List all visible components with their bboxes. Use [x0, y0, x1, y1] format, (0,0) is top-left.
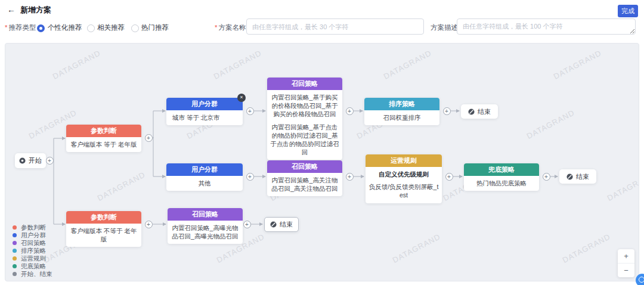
- radio-related[interactable]: [87, 24, 95, 32]
- node-body: 召回权重排序: [364, 110, 439, 125]
- node-type-header: 参数判断: [66, 211, 141, 224]
- node-rule-text: 客户端版本 等于 老年版: [69, 140, 138, 148]
- node-rule-text: 客户端版本 不等于 老年版: [69, 227, 138, 243]
- add-node-button[interactable]: [145, 134, 153, 142]
- node-type-header: 排序策略: [364, 98, 439, 110]
- node-type-header: 兜底策略: [464, 163, 539, 176]
- add-node-button[interactable]: [145, 221, 153, 228]
- node-type-legend: 参数判断用户分群召回策略排序策略运营规则兜底策略开始、结束: [13, 224, 52, 278]
- node-body: 内置召回策略_基于购买的价格段物品召回_基于购买的价格段物品召回内置召回策略_基…: [267, 90, 342, 160]
- finish-button[interactable]: 完成: [618, 5, 638, 17]
- node-body: 内置召回策略_高曝光物品召回_高曝光物品召回: [168, 221, 243, 244]
- top-bar: 新增方案 完成: [0, 0, 644, 18]
- node-type-header: 召回策略: [267, 160, 342, 173]
- radio-related-label[interactable]: 相关推荐: [97, 23, 125, 32]
- flow-node-start[interactable]: 开始: [15, 153, 46, 168]
- legend-color-dot: [13, 264, 17, 268]
- legend-item: 兜底策略: [13, 262, 52, 270]
- node-label: 结束: [280, 220, 293, 229]
- node-rule-text: 城市 等于 北京市: [172, 113, 240, 122]
- plan-name-input[interactable]: [246, 18, 424, 35]
- node-rule-text: 热门物品兜底策略: [467, 179, 536, 187]
- node-rule-text: 负反馈/负反馈类别屏蔽_test: [369, 182, 439, 199]
- radio-personalized[interactable]: [37, 24, 45, 32]
- node-rule-text: 内置召回策略_高曝光物品召回_高曝光物品召回: [171, 224, 240, 240]
- legend-label: 开始、结束: [21, 270, 52, 278]
- add-node-button[interactable]: [346, 107, 354, 115]
- legend-item: 运营规则: [13, 255, 52, 262]
- legend-label: 排序策略: [21, 247, 46, 255]
- flow-node-end3[interactable]: 结束: [264, 217, 299, 232]
- start-icon: [19, 157, 26, 164]
- legend-label: 运营规则: [21, 255, 46, 263]
- node-body: 客户端版本 等于 老年版: [66, 137, 141, 152]
- close-icon[interactable]: [237, 94, 246, 102]
- end-icon: [566, 174, 573, 180]
- flow-node-end2[interactable]: 结束: [559, 169, 596, 184]
- node-body: 热门物品兜底策略: [464, 176, 539, 191]
- plan-desc-input[interactable]: [457, 18, 636, 35]
- add-node-button[interactable]: [46, 157, 54, 165]
- flow-node-segment2[interactable]: 用户分群其他: [166, 163, 243, 191]
- flow-node-param1[interactable]: 参数判断客户端版本 等于 老年版: [66, 125, 141, 152]
- node-type-header: 用户分群: [166, 98, 243, 110]
- flow-node-recall2[interactable]: 召回策略内置召回策略_高关注物品召回_高关注物品召回: [267, 160, 342, 196]
- flow-node-oprule1[interactable]: 运营规则自定义优先级规则负反馈/负反馈类别屏蔽_test: [366, 154, 442, 203]
- radio-personalized-label[interactable]: 个性化推荐: [48, 23, 82, 32]
- node-rule-text: 内置召回策略_高关注物品召回_高关注物品召回: [270, 176, 339, 193]
- flow-node-recall1[interactable]: 召回策略内置召回策略_基于购买的价格段物品召回_基于购买的价格段物品召回内置召回…: [267, 78, 342, 160]
- end-icon: [270, 221, 277, 228]
- legend-label: 参数判断: [21, 224, 46, 232]
- end-icon: [468, 109, 475, 115]
- back-arrow-icon[interactable]: [7, 4, 17, 14]
- radio-hot-label[interactable]: 热门推荐: [141, 23, 169, 32]
- legend-color-dot: [13, 256, 17, 261]
- legend-item: 参数判断: [13, 224, 52, 231]
- node-type-header: 运营规则: [366, 154, 442, 167]
- node-rule-text: 自定义优先级规则: [369, 170, 439, 178]
- node-rule-text: 内置召回策略_基于购买的价格段物品召回_基于购买的价格段物品召回: [270, 93, 339, 119]
- node-label: 开始: [29, 156, 42, 165]
- required-mark: *: [215, 24, 217, 31]
- add-node-button[interactable]: [246, 173, 254, 181]
- legend-item: 排序策略: [13, 247, 52, 255]
- zoom-in-button[interactable]: +: [618, 249, 634, 263]
- add-node-button[interactable]: [543, 173, 550, 181]
- support-float-icon[interactable]: [636, 274, 644, 285]
- legend-color-dot: [13, 241, 17, 245]
- flow-node-segment1[interactable]: 用户分群城市 等于 北京市: [166, 98, 243, 125]
- node-body: 客户端版本 不等于 老年版: [66, 224, 141, 247]
- legend-label: 兜底策略: [21, 262, 46, 271]
- legend-item: 召回策略: [13, 239, 52, 247]
- node-body: 其他: [166, 176, 243, 191]
- add-node-button[interactable]: [445, 173, 453, 181]
- zoom-out-button[interactable]: −: [618, 264, 634, 277]
- node-type-header: 用户分群: [166, 163, 243, 176]
- node-rule-text: 召回权重排序: [367, 113, 436, 122]
- flow-node-fallback1[interactable]: 兜底策略热门物品兜底策略: [464, 163, 539, 191]
- flow-canvas[interactable]: DATAGRANDDATAGRANDDATAGRANDDATAGRANDDATA…: [5, 43, 639, 281]
- node-type-header: 参数判断: [66, 125, 141, 137]
- page-title: 新增方案: [20, 5, 51, 16]
- node-body: 自定义优先级规则负反馈/负反馈类别屏蔽_test: [366, 167, 442, 203]
- add-node-button[interactable]: [246, 107, 254, 115]
- legend-label: 召回策略: [21, 239, 46, 247]
- zoom-panel: + −: [618, 249, 634, 277]
- flow-node-rank1[interactable]: 排序策略召回权重排序: [364, 98, 439, 125]
- add-node-button[interactable]: [443, 107, 451, 115]
- flow-node-param2[interactable]: 参数判断客户端版本 不等于 老年版: [66, 211, 141, 247]
- add-node-button[interactable]: [243, 221, 251, 228]
- flow-node-recall3[interactable]: 召回策略内置召回策略_高曝光物品召回_高曝光物品召回: [168, 208, 243, 244]
- legend-color-dot: [13, 249, 17, 253]
- legend-label: 用户分群: [21, 231, 46, 240]
- legend-item: 用户分群: [13, 231, 52, 239]
- add-node-button[interactable]: [346, 173, 354, 181]
- node-body: 城市 等于 北京市: [166, 110, 243, 125]
- radio-hot[interactable]: [131, 24, 139, 32]
- required-mark: *: [5, 24, 7, 31]
- node-type-header: 召回策略: [267, 78, 342, 90]
- legend-color-dot: [13, 225, 17, 230]
- flow-node-end1[interactable]: 结束: [461, 104, 498, 119]
- node-label: 结束: [478, 107, 491, 116]
- node-label: 结束: [576, 172, 589, 181]
